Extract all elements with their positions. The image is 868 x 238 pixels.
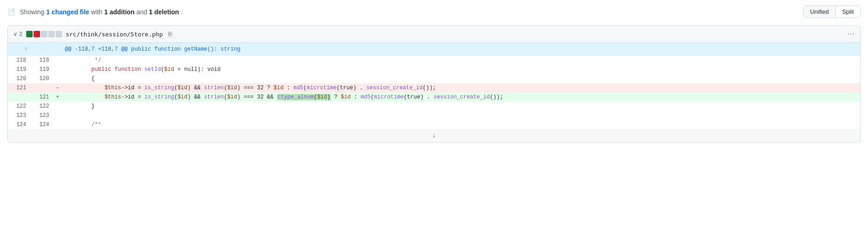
new-line-num: 119 xyxy=(31,65,54,74)
deletions-count: 1 deletion xyxy=(149,8,179,16)
new-line-num: 121 xyxy=(31,93,54,102)
line-content: /** xyxy=(61,120,860,129)
expand-down-button[interactable]: ↓ xyxy=(432,131,436,139)
line-marker: - xyxy=(54,83,61,93)
stat-box-neutral-1 xyxy=(41,31,47,37)
old-line-num: 122 xyxy=(8,102,31,111)
hunk-marker-cell xyxy=(54,43,61,56)
line-marker: + xyxy=(54,93,61,102)
diff-stat xyxy=(26,31,62,37)
hunk-header-text: @@ -118,7 +118,7 @@ public function getN… xyxy=(61,43,860,56)
old-line-num: 121 xyxy=(8,83,31,93)
stat-box-neutral-2 xyxy=(48,31,55,37)
expand-down-cell: ↓ xyxy=(8,129,860,142)
line-marker xyxy=(54,120,61,129)
stat-box-deleted xyxy=(34,31,40,37)
hunk-expand-up-cell2 xyxy=(31,43,54,56)
table-row: 118 118 */ xyxy=(8,56,860,65)
old-line-num: 124 xyxy=(8,120,31,129)
table-row: 120 120 { xyxy=(8,74,860,83)
stat-box-neutral-3 xyxy=(56,31,62,37)
more-options-button[interactable]: ··· xyxy=(847,30,855,38)
old-line-num: 119 xyxy=(8,65,31,74)
table-row: 124 124 /** xyxy=(8,120,860,129)
diff-container: ∨ 2 src/think/session/Store.php ⎘ ··· xyxy=(7,25,861,143)
file-path: src/think/session/Store.php xyxy=(66,31,163,38)
line-content: { xyxy=(61,74,860,83)
additions-count: 1 addition xyxy=(104,8,135,16)
line-marker xyxy=(54,102,61,111)
table-row: 123 123 xyxy=(8,111,860,120)
new-line-num: 120 xyxy=(31,74,54,83)
file-header: ∨ 2 src/think/session/Store.php ⎘ ··· xyxy=(8,26,860,43)
line-content: } xyxy=(61,102,860,111)
new-line-num: 122 xyxy=(31,102,54,111)
line-marker xyxy=(54,56,61,65)
new-line-num: 123 xyxy=(31,111,54,120)
old-line-num: 123 xyxy=(8,111,31,120)
line-marker xyxy=(54,65,61,74)
top-bar: 📄 Showing 1 changed file with 1 addition… xyxy=(7,6,861,18)
diff-table: ↑ @@ -118,7 +118,7 @@ public function ge… xyxy=(8,43,860,142)
file-icon: 📄 xyxy=(7,8,15,16)
hunk-expand-up-row: ↑ @@ -118,7 +118,7 @@ public function ge… xyxy=(8,43,860,56)
line-content: public function setId($id = null): void xyxy=(61,65,860,74)
old-line-num xyxy=(8,93,31,102)
split-view-button[interactable]: Split xyxy=(836,6,860,17)
new-line-num: 118 xyxy=(31,56,54,65)
line-content: $this->id = is_string($id) && strlen($id… xyxy=(61,93,860,102)
chevron-down-icon: ∨ xyxy=(13,31,17,37)
stat-box-added xyxy=(26,31,33,37)
showing-summary: 📄 Showing 1 changed file with 1 addition… xyxy=(7,8,183,16)
old-line-num: 118 xyxy=(8,56,31,65)
unified-view-button[interactable]: Unified xyxy=(804,6,835,17)
file-changes-count: 2 xyxy=(19,31,23,37)
line-content: $this->id = is_string($id) && strlen($id… xyxy=(61,83,860,93)
table-row: 122 122 } xyxy=(8,102,860,111)
table-row: 121 + $this->id = is_string($id) && strl… xyxy=(8,93,860,102)
new-line-num: 124 xyxy=(31,120,54,129)
line-marker xyxy=(54,74,61,83)
new-line-num xyxy=(31,83,54,93)
expand-up-button[interactable]: ↑ xyxy=(24,46,27,52)
view-toggle: Unified Split xyxy=(803,6,861,18)
line-content xyxy=(61,111,860,120)
hunk-expand-up-cell: ↑ xyxy=(8,43,31,56)
file-header-left: ∨ 2 src/think/session/Store.php ⎘ xyxy=(13,29,174,39)
collapse-button[interactable]: ∨ 2 xyxy=(13,31,23,37)
line-content: */ xyxy=(61,56,860,65)
copy-path-button[interactable]: ⎘ xyxy=(167,29,174,39)
page-container: 📄 Showing 1 changed file with 1 addition… xyxy=(0,0,868,238)
changed-files-link[interactable]: 1 changed file xyxy=(46,8,89,16)
table-row: 121 - $this->id = is_string($id) && strl… xyxy=(8,83,860,93)
hunk-expand-down-row: ↓ xyxy=(8,129,860,142)
old-line-num: 120 xyxy=(8,74,31,83)
line-marker xyxy=(54,111,61,120)
table-row: 119 119 public function setId($id = null… xyxy=(8,65,860,74)
